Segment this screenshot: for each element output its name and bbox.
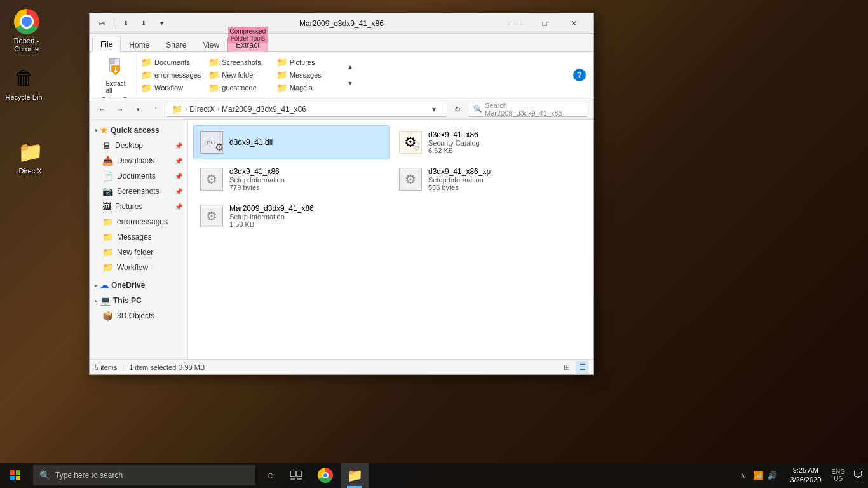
file-item-setup1[interactable]: ⚙ d3dx9_41_x86 Setup Information 779 byt… <box>193 162 390 196</box>
ribbon: File Home Share View Compressed Folder T… <box>90 34 593 98</box>
path-dropdown-btn[interactable]: ▾ <box>426 102 442 117</box>
extract-to-guestmode[interactable]: 📁 guestmode <box>205 81 272 94</box>
desktop-icon-directx[interactable]: 📁 DirectX <box>6 137 54 178</box>
nav-item-3dobjects[interactable]: 📦 3D Objects <box>90 308 187 323</box>
pin-icon-documents: 📌 <box>175 173 182 180</box>
quick-access-btn-1[interactable]: 🗁 <box>95 16 110 31</box>
minimize-button[interactable]: — <box>501 13 530 34</box>
back-button[interactable]: ← <box>95 102 110 117</box>
extract-to-documents[interactable]: 📁 Documents <box>137 56 205 69</box>
taskbar-apps: 📁 <box>311 463 369 488</box>
taskbar-app-explorer[interactable]: 📁 <box>341 463 369 488</box>
tray-chevron[interactable]: ∧ <box>738 471 748 480</box>
taskbar-search-box[interactable]: 🔍 Type here to search <box>33 465 255 485</box>
tray-icon-network[interactable]: 📶 <box>753 471 763 480</box>
up-button[interactable]: ↑ <box>148 102 163 117</box>
clock-time: 9:25 AM <box>793 466 818 475</box>
nav-item-documents[interactable]: 📄 Documents 📌 <box>90 168 187 184</box>
nav-thispc-header[interactable]: ▸ 💻 This PC <box>90 293 187 308</box>
mar2009-file-desc: Setup Information <box>229 213 384 220</box>
window-title: Mar2009_d3dx9_41_x86 <box>299 19 384 28</box>
nav-quick-access-header[interactable]: ▾ ★ Quick access <box>90 123 187 138</box>
tab-file[interactable]: File <box>92 37 121 52</box>
nav-item-pictures[interactable]: 🖼 Pictures 📌 <box>90 199 187 214</box>
newfolder-nav-icon: 📁 <box>102 247 113 257</box>
quick-access-btn-3[interactable]: ⬇ <box>136 16 151 31</box>
extract-to-newfolder[interactable]: 📁 New folder <box>205 69 272 81</box>
nav-item-workflow[interactable]: 📁 Workflow <box>90 260 187 275</box>
dll-file-name: d3dx9_41.dll <box>229 138 384 147</box>
nav-item-errormessages[interactable]: 📁 errormessages <box>90 214 187 229</box>
nav-item-desktop[interactable]: 🖥 Desktop 📌 <box>90 138 187 153</box>
nav-screenshots-label: Screenshots <box>117 187 159 196</box>
setup1-file-info: d3dx9_41_x86 Setup Information 779 bytes <box>229 167 384 191</box>
extract-to-workflow[interactable]: 📁 Workflow <box>137 81 205 94</box>
help-button[interactable]: ? <box>573 69 586 81</box>
desktop-icon-recycle[interactable]: 🗑 Recycle Bin <box>0 63 48 104</box>
tab-extract[interactable]: Compressed Folder Tools Extract <box>227 37 268 52</box>
nav-messages-label: Messages <box>117 233 152 241</box>
taskbar-app-chrome[interactable] <box>311 463 339 488</box>
path-current-folder[interactable]: Mar2009_d3dx9_41_x86 <box>222 105 306 114</box>
workflow-nav-icon: 📁 <box>102 262 113 273</box>
nav-item-screenshots[interactable]: 📷 Screenshots 📌 <box>90 184 187 199</box>
extract-to-mageia[interactable]: 📁 Mageia <box>273 81 340 94</box>
extract-to-errormessages-label: errormessages <box>154 71 201 79</box>
extract-to-screenshots[interactable]: 📁 Screenshots <box>205 56 272 69</box>
ribbon-scroll-up[interactable]: ▲ <box>342 59 358 74</box>
svg-rect-9 <box>290 471 295 477</box>
clock-date: 3/26/2020 <box>790 475 821 485</box>
file-item-mar2009[interactable]: ⚙ Mar2009_d3dx9_41_x86 Setup Information… <box>193 199 390 233</box>
nav-newfolder-label: New folder <box>117 248 153 257</box>
nav-onedrive-header[interactable]: ▸ ☁ OneDrive <box>90 278 187 293</box>
setup2-file-name: d3dx9_41_x86_xp <box>428 167 583 176</box>
tab-home[interactable]: Home <box>121 37 158 52</box>
extract-to-errormessages[interactable]: 📁 errormessages <box>137 69 205 81</box>
nav-item-newfolder[interactable]: 📁 New folder <box>90 245 187 260</box>
messages-nav-icon: 📁 <box>102 232 113 242</box>
ribbon-scroll-down[interactable]: ▼ <box>342 76 358 91</box>
tray-language[interactable]: ENG US <box>829 468 848 482</box>
quick-access-btn-4[interactable]: ▾ <box>154 16 169 31</box>
seccat-file-name: d3dx9_41_x86 <box>428 130 583 139</box>
recent-locations-button[interactable]: ▾ <box>130 102 146 117</box>
language-region: US <box>834 475 843 482</box>
extract-all-btn[interactable]: Extractall <box>100 55 132 97</box>
desktop-icon-chrome[interactable]: Robert - Chrome <box>3 6 50 56</box>
cortana-button[interactable]: ○ <box>258 463 283 488</box>
task-view-button[interactable] <box>283 463 309 488</box>
nav-downloads-label: Downloads <box>117 156 154 165</box>
path-directx[interactable]: DirectX <box>189 105 214 114</box>
titlebar-separator <box>114 18 114 29</box>
forward-button[interactable]: → <box>112 102 128 117</box>
nav-documents-label: Documents <box>117 172 156 180</box>
start-button[interactable] <box>0 463 31 488</box>
folder-icon-documents: 📁 <box>141 57 152 67</box>
setup2-file-icon: ⚙ <box>398 166 423 192</box>
nav-desktop-label: Desktop <box>115 141 143 150</box>
ribbon-tabs: File Home Share View Compressed Folder T… <box>90 34 593 51</box>
list-view-button[interactable]: ☰ <box>576 361 588 374</box>
quick-access-btn-2[interactable]: ⬇ <box>118 16 133 31</box>
notification-center-button[interactable]: 🗨 <box>848 463 868 488</box>
maximize-button[interactable]: □ <box>530 13 559 34</box>
pin-icon-pictures: 📌 <box>175 203 182 210</box>
close-button[interactable]: ✕ <box>559 13 588 34</box>
tab-share[interactable]: Share <box>158 37 194 52</box>
tray-icon-volume[interactable]: 🔊 <box>767 471 777 480</box>
file-item-seccat[interactable]: ⚙ 🛡 d3dx9_41_x86 Security Catalog 6.62 K… <box>392 125 588 159</box>
extract-to-pictures[interactable]: 📁 Pictures <box>273 56 340 69</box>
extract-to-messages[interactable]: 📁 Messages <box>273 69 340 81</box>
extract-all-button[interactable]: Extractall <box>100 55 132 97</box>
nav-item-downloads[interactable]: 📥 Downloads 📌 <box>90 153 187 168</box>
grid-view-button[interactable]: ⊞ <box>560 361 573 374</box>
tab-view[interactable]: View <box>194 37 227 52</box>
nav-item-messages[interactable]: 📁 Messages <box>90 229 187 245</box>
taskbar-clock[interactable]: 9:25 AM 3/26/2020 <box>782 466 829 485</box>
refresh-button[interactable]: ↻ <box>450 102 465 117</box>
file-item-dll[interactable]: DLL ⚙ d3dx9_41.dll <box>193 125 390 159</box>
search-box[interactable]: 🔍 Search Mar2009_d3dx9_41_x86 <box>468 102 588 117</box>
file-item-setup2[interactable]: ⚙ d3dx9_41_x86_xp Setup Information 556 … <box>392 162 588 196</box>
address-path[interactable]: 📁 › DirectX › Mar2009_d3dx9_41_x86 ▾ <box>166 102 447 117</box>
seccat-file-desc: Security Catalog <box>428 139 583 147</box>
